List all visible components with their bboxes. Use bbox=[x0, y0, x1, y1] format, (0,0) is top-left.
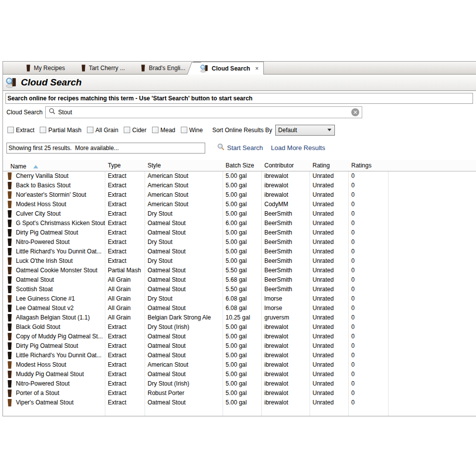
cell-rating: Unrated bbox=[310, 266, 348, 275]
column-header-batch-size[interactable]: Batch Size bbox=[223, 160, 261, 171]
table-row[interactable]: Nitro-Powered Stout Extract Dry Stout 5.… bbox=[3, 238, 476, 247]
column-header-style[interactable]: Style bbox=[145, 160, 223, 171]
table-row[interactable]: Scottish Stoat All Grain Oatmeal Stout 5… bbox=[3, 285, 476, 294]
table-row[interactable]: Cherry Vanilla Stout Extract American St… bbox=[3, 171, 476, 181]
table-row[interactable]: Nitro-Powered Stout Extract Dry Stout (I… bbox=[3, 379, 476, 389]
table-row[interactable]: Nor'easter's Stormin' Stout Extract Amer… bbox=[3, 190, 476, 200]
checkbox-wine[interactable]: Wine bbox=[181, 127, 203, 134]
status-row: Showing first 25 results. More available… bbox=[3, 142, 476, 154]
status-message: Showing first 25 results. More available… bbox=[6, 143, 205, 154]
beer-mug-icon bbox=[7, 267, 12, 274]
table-row[interactable]: Little Richard's You Dunnit Oat... Extra… bbox=[3, 351, 476, 360]
column-header-name[interactable]: Name bbox=[3, 160, 105, 171]
cell-name: Allagash Belgian Stout (1.1) bbox=[16, 313, 90, 322]
cell-name: Viper's Oatmeal Stout bbox=[16, 398, 74, 407]
cell-batch-size: 5.68 gal bbox=[223, 275, 261, 285]
beer-mug-icon bbox=[7, 342, 12, 350]
table-row[interactable]: Copy of Muddy Pig Oatmeal St... Extract … bbox=[3, 332, 476, 341]
cell-type: Extract bbox=[105, 370, 145, 379]
cell-name: Porter of a Stout bbox=[16, 389, 59, 398]
table-row[interactable]: Dirty Pig Oatmeal Stout Extract Oatmeal … bbox=[3, 341, 476, 351]
checkbox-partial-mash[interactable]: Partial Mash bbox=[40, 127, 81, 134]
tab-close-icon[interactable]: × bbox=[255, 65, 258, 72]
checkbox-icon[interactable] bbox=[87, 127, 93, 133]
cell-style: Robust Porter bbox=[145, 389, 223, 398]
cell-contributor: CodyMM bbox=[261, 200, 310, 209]
beer-mug-icon bbox=[7, 248, 12, 255]
checkbox-all-grain[interactable]: All Grain bbox=[87, 127, 118, 134]
beer-mug-icon bbox=[7, 390, 12, 397]
cell-style: Oatmeal Stout bbox=[145, 219, 223, 228]
tab-tart-cherry[interactable]: Tart Cherry ... bbox=[73, 62, 133, 74]
tab-bar: My Recipes Tart Cherry ... Brad's Engli.… bbox=[3, 62, 476, 75]
cell-style: American Stout bbox=[145, 360, 223, 370]
table-row[interactable]: G Spot's Christmass Kicken Stout Extract… bbox=[3, 219, 476, 228]
cell-style: Dry Stout bbox=[145, 238, 223, 247]
beer-mug-icon bbox=[7, 380, 12, 388]
tab-brads-english[interactable]: Brad's Engli... bbox=[133, 62, 193, 74]
table-row[interactable]: Porter of a Stout Extract Robust Porter … bbox=[3, 389, 476, 398]
beer-mug-icon bbox=[7, 371, 12, 378]
column-header-rating[interactable]: Rating bbox=[310, 160, 348, 171]
table-row[interactable]: Dirty Pig Oatmeal Stout Extract Oatmeal … bbox=[3, 228, 476, 238]
checkbox-icon[interactable] bbox=[7, 127, 14, 133]
table-row[interactable]: Allagash Belgian Stout (1.1) All Grain B… bbox=[3, 313, 476, 322]
cell-batch-size: 5.00 gal bbox=[223, 389, 261, 398]
cell-contributor: gruversm bbox=[261, 313, 310, 322]
checkbox-icon[interactable] bbox=[181, 127, 187, 133]
sort-results-dropdown[interactable]: Default bbox=[275, 125, 335, 136]
table-row[interactable]: Little Richard's You Dunnit Oat... Extra… bbox=[3, 247, 476, 256]
cell-type: Extract bbox=[105, 209, 145, 219]
table-row[interactable]: Luck O'the Irish Stout Extract Dry Stout… bbox=[3, 256, 476, 266]
cell-type: Extract bbox=[105, 398, 145, 407]
checkbox-icon[interactable] bbox=[40, 127, 46, 133]
cell-rating: Unrated bbox=[310, 200, 348, 209]
cell-name: Little Richard's You Dunnit Oat... bbox=[16, 247, 101, 256]
cell-contributor: BeerSmith bbox=[261, 247, 310, 256]
cell-rating: Unrated bbox=[310, 219, 348, 228]
cell-contributor: BeerSmith bbox=[261, 228, 310, 238]
cell-batch-size: 5.00 gal bbox=[223, 360, 261, 370]
column-header-contributor[interactable]: Contributor bbox=[261, 160, 310, 171]
cell-name: Oatmeal Stout bbox=[16, 275, 54, 285]
table-row[interactable]: Oatmeal Stout All Grain Oatmeal Stout 5.… bbox=[3, 275, 476, 285]
cell-contributor: BeerSmith bbox=[261, 266, 310, 275]
table-row[interactable]: Lee Guiness Clone #1 All Grain Dry Stout… bbox=[3, 294, 476, 304]
search-input[interactable]: Stout ✕ bbox=[45, 106, 362, 118]
checkbox-extract[interactable]: Extract bbox=[7, 127, 34, 134]
table-row[interactable]: Lee Oatmeal Stout v2 All Grain Oatmeal S… bbox=[3, 304, 476, 313]
cell-batch-size: 5.00 gal bbox=[223, 238, 261, 247]
load-more-results-link[interactable]: Load More Results bbox=[271, 144, 325, 152]
cell-type: All Grain bbox=[105, 294, 145, 304]
checkbox-cider[interactable]: Cider bbox=[124, 127, 147, 134]
tab-label: Tart Cherry ... bbox=[89, 65, 125, 72]
cell-contributor: BeerSmith bbox=[261, 209, 310, 219]
chevron-down-icon bbox=[327, 129, 331, 131]
tab-my-recipes[interactable]: My Recipes bbox=[18, 62, 73, 74]
clear-search-icon[interactable]: ✕ bbox=[351, 108, 359, 116]
table-row[interactable]: Viper's Oatmeal Stout Extract Oatmeal St… bbox=[3, 398, 476, 407]
cell-type: Extract bbox=[105, 351, 145, 360]
table-row[interactable]: Modest Hoss Stout Extract American Stout… bbox=[3, 200, 476, 209]
page-title: Cloud Search bbox=[21, 77, 81, 88]
checkbox-icon[interactable] bbox=[152, 127, 159, 133]
checkbox-mead[interactable]: Mead bbox=[152, 127, 175, 134]
start-search-button[interactable]: Start Search bbox=[217, 143, 263, 153]
search-value: Stout bbox=[58, 109, 351, 116]
table-row[interactable]: Oatmeal Cookie Monster Stout Partial Mas… bbox=[3, 266, 476, 275]
cell-style: American Stout bbox=[145, 190, 223, 200]
column-header-ratings[interactable]: Ratings bbox=[348, 160, 388, 171]
tab-cloud-search[interactable]: Cloud Search × bbox=[193, 62, 264, 75]
cell-rating: Unrated bbox=[310, 294, 348, 304]
beer-mug-icon bbox=[7, 210, 12, 218]
table-row[interactable]: Muddy Pig Oatmeal Stout Extract Oatmeal … bbox=[3, 370, 476, 379]
cell-contributor: ibrewalot bbox=[261, 379, 310, 389]
column-header-type[interactable]: Type bbox=[105, 160, 145, 171]
table-row[interactable]: Modest Hoss Stout Extract American Stout… bbox=[3, 360, 476, 370]
table-row[interactable]: Black Gold Stout Extract Dry Stout (Iris… bbox=[3, 322, 476, 332]
table-row[interactable]: Culver City Stout Extract Dry Stout 5.00… bbox=[3, 209, 476, 219]
checkbox-icon[interactable] bbox=[124, 127, 130, 133]
cell-batch-size: 5.00 gal bbox=[223, 228, 261, 238]
beer-mug-icon bbox=[7, 257, 12, 265]
table-row[interactable]: Back to Basics Stout Extract American St… bbox=[3, 181, 476, 190]
